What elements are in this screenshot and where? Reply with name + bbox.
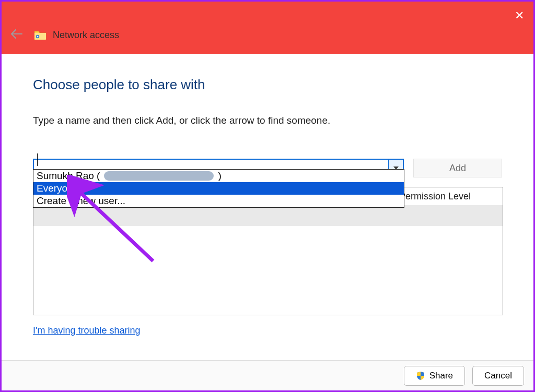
text-cursor xyxy=(37,153,38,166)
dropdown-item-create-user[interactable]: Create a new user... xyxy=(33,195,404,207)
dropdown-item-label: Create a new user... xyxy=(37,195,125,207)
back-arrow-icon[interactable] xyxy=(11,29,22,41)
trouble-sharing-link[interactable]: I'm having trouble sharing xyxy=(33,325,141,336)
dropdown-item-trailing: ) xyxy=(218,170,221,182)
share-button-label: Share xyxy=(429,371,453,381)
dropdown-item-label: Everyone xyxy=(37,183,78,194)
dropdown-list: Sumukh Rao ( ) Everyone Create a new use… xyxy=(33,169,404,208)
instruction-text: Type a name and then click Add, or click… xyxy=(33,115,502,126)
content-area: Choose people to share with Type a name … xyxy=(2,54,533,177)
page-heading: Choose people to share with xyxy=(33,77,502,93)
close-icon[interactable]: ✕ xyxy=(515,9,524,22)
footer: Share Cancel xyxy=(2,360,533,390)
window-title: Network access xyxy=(53,30,119,41)
list-row[interactable] xyxy=(33,205,503,226)
folder-icon xyxy=(34,30,46,40)
redacted-email xyxy=(104,171,214,181)
titlebar: ✕ Network access xyxy=(2,2,533,54)
dropdown-item-everyone[interactable]: Everyone xyxy=(33,182,404,195)
cancel-button[interactable]: Cancel xyxy=(472,366,524,386)
add-button[interactable]: Add xyxy=(413,159,502,177)
shield-icon xyxy=(416,371,425,381)
svg-point-1 xyxy=(37,36,38,37)
dropdown-item-label: Sumukh Rao ( xyxy=(37,170,100,182)
column-permission-level[interactable]: Permission Level xyxy=(399,191,471,202)
share-button[interactable]: Share xyxy=(404,366,465,386)
dropdown-item-user[interactable]: Sumukh Rao ( ) xyxy=(33,170,404,182)
cancel-button-label: Cancel xyxy=(484,371,512,381)
